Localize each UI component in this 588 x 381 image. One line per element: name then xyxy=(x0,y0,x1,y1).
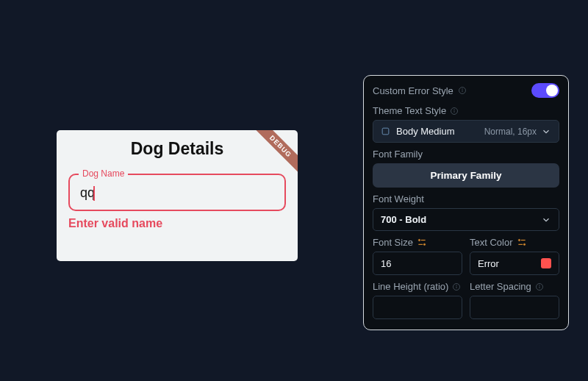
font-size-input[interactable] xyxy=(373,252,462,275)
info-icon[interactable] xyxy=(450,107,459,115)
theme-text-style-select[interactable]: Body Medium Normal, 16px xyxy=(373,120,559,143)
theme-text-style-label: Theme Text Style xyxy=(373,105,446,116)
text-color-label: Text Color xyxy=(470,237,513,248)
custom-error-style-toggle[interactable] xyxy=(531,83,559,98)
style-panel: Custom Error Style Theme Text Style Body… xyxy=(363,75,569,330)
font-family-select[interactable]: Primary Family xyxy=(373,163,559,188)
letter-spacing-label-row: Letter Spacing xyxy=(470,281,559,292)
toggle-knob xyxy=(546,85,558,96)
page-title: Dog Details xyxy=(57,139,298,159)
info-icon[interactable] xyxy=(452,282,461,291)
text-color-label-row: Text Color xyxy=(470,237,559,248)
theme-text-style-meta: Normal, 16px xyxy=(484,127,537,137)
letter-spacing-field[interactable] xyxy=(478,302,551,313)
svg-point-11 xyxy=(518,239,520,241)
svg-point-9 xyxy=(423,243,425,245)
text-color-value: Error xyxy=(478,258,499,269)
text-caret xyxy=(93,186,95,201)
dog-name-input-value: qq xyxy=(80,185,95,201)
svg-point-13 xyxy=(523,243,525,245)
svg-point-2 xyxy=(462,89,463,90)
font-family-label: Font Family xyxy=(373,149,423,160)
info-icon[interactable] xyxy=(535,282,544,291)
tune-icon[interactable] xyxy=(517,238,527,248)
text-color-select[interactable]: Error xyxy=(470,252,559,275)
line-height-label-row: Line Height (ratio) xyxy=(373,281,462,292)
font-weight-label-row: Font Weight xyxy=(373,193,559,204)
letter-spacing-input[interactable] xyxy=(470,296,559,319)
font-family-label-row: Font Family xyxy=(373,149,559,160)
custom-error-style-label: Custom Error Style xyxy=(373,85,453,96)
font-weight-label: Font Weight xyxy=(373,193,424,204)
svg-point-5 xyxy=(454,109,455,110)
tune-icon[interactable] xyxy=(417,238,427,248)
svg-point-17 xyxy=(456,285,457,285)
font-weight-value: 700 - Bold xyxy=(381,214,426,225)
letter-spacing-label: Letter Spacing xyxy=(470,281,531,292)
dog-name-label: Dog Name xyxy=(79,168,128,179)
theme-text-style-label-row: Theme Text Style xyxy=(373,105,559,116)
theme-text-style-value: Body Medium xyxy=(396,126,454,137)
info-icon[interactable] xyxy=(458,86,467,95)
font-size-label: Font Size xyxy=(373,237,413,248)
chevron-down-icon xyxy=(541,215,551,225)
font-size-field[interactable] xyxy=(381,258,454,269)
color-swatch[interactable] xyxy=(541,258,551,268)
svg-rect-6 xyxy=(382,128,389,135)
line-height-input[interactable] xyxy=(373,296,462,319)
line-height-label: Line Height (ratio) xyxy=(373,281,448,292)
dog-name-field-outline: Dog Name qq xyxy=(68,174,286,211)
font-size-label-row: Font Size xyxy=(373,237,462,248)
chevron-down-icon xyxy=(541,127,551,137)
line-height-field[interactable] xyxy=(381,302,454,313)
font-weight-select[interactable]: 700 - Bold xyxy=(373,208,559,231)
svg-point-7 xyxy=(418,239,420,241)
svg-point-20 xyxy=(539,285,540,285)
list-item-icon xyxy=(381,127,390,136)
dog-name-input-row[interactable]: qq xyxy=(80,185,274,201)
app-preview: Dog Details DEBUG Dog Name qq Enter vali… xyxy=(57,130,298,261)
custom-error-style-row: Custom Error Style xyxy=(373,83,559,98)
validation-error-text: Enter valid name xyxy=(68,217,286,230)
